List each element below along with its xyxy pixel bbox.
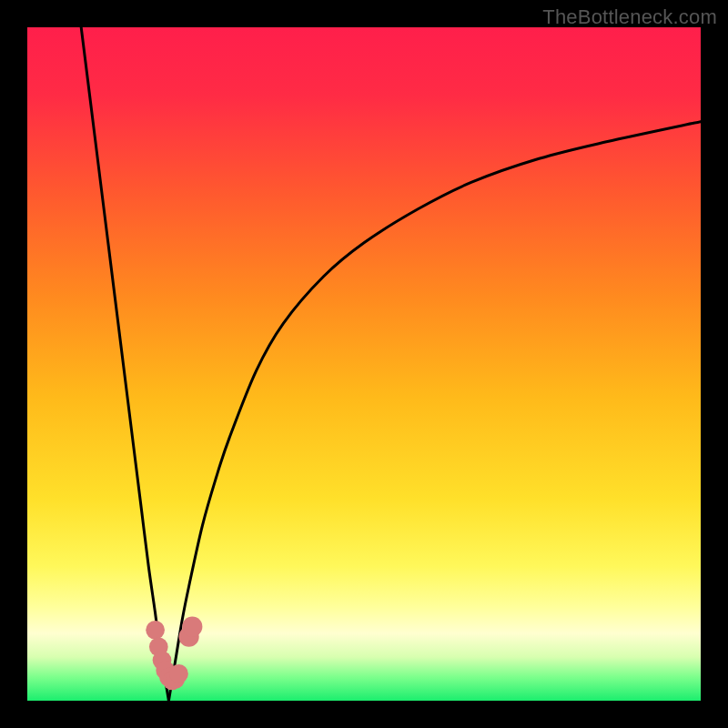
chart-frame: TheBottleneck.com xyxy=(0,0,728,728)
plot-area xyxy=(27,27,701,701)
watermark-text: TheBottleneck.com xyxy=(542,5,717,29)
svg-rect-0 xyxy=(27,27,701,701)
background-gradient xyxy=(27,27,701,701)
